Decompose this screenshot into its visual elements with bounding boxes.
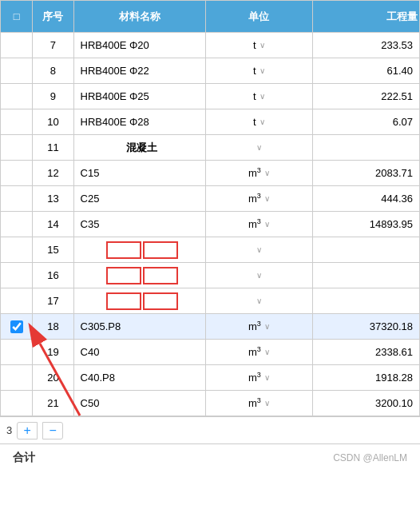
row-number: 15: [33, 237, 73, 263]
material-qty: 2083.71: [312, 161, 419, 186]
material-name: C25: [73, 186, 205, 212]
row-number: 17: [33, 288, 73, 314]
unit-dropdown-icon[interactable]: ∨: [256, 245, 262, 254]
row-checkbox-cell[interactable]: [1, 109, 33, 135]
add-row-button[interactable]: +: [17, 422, 38, 439]
materials-table: □ 序号 材料名称 单位 工程量 7HRB400E Φ20t∨233.538HR…: [0, 0, 420, 416]
unit-text: t: [253, 90, 256, 102]
row-checkbox-cell[interactable]: [1, 212, 33, 237]
checkbox-icon: □: [14, 10, 20, 22]
material-qty: 37320.18: [312, 314, 419, 340]
unit-dropdown-icon[interactable]: ∨: [264, 399, 270, 408]
material-unit: ∨: [205, 288, 312, 314]
table-row: 12C15m3∨2083.71: [1, 161, 420, 186]
material-name: C35: [73, 212, 205, 237]
unit-dropdown-icon[interactable]: ∨: [256, 143, 262, 152]
table-row: 7HRB400E Φ20t∨233.53: [1, 33, 420, 58]
unit-dropdown-icon[interactable]: ∨: [260, 66, 265, 75]
row-number: 18: [33, 314, 73, 340]
name-input-1[interactable]: [106, 267, 141, 284]
row-checkbox-cell[interactable]: [1, 314, 33, 340]
row-number: 11: [33, 135, 73, 161]
material-name: HRB400E Φ22: [73, 58, 205, 84]
material-name: [73, 263, 205, 288]
table-row: 9HRB400E Φ25t∨222.51: [1, 84, 420, 109]
row-number: 12: [33, 161, 73, 186]
row-checkbox-cell[interactable]: [1, 161, 33, 186]
material-qty: [312, 288, 419, 314]
unit-text: t: [253, 116, 256, 128]
name-input-2[interactable]: [143, 267, 178, 284]
row-number: 10: [33, 109, 73, 135]
row-checkbox-cell[interactable]: [1, 237, 33, 263]
material-qty: 444.36: [312, 186, 419, 212]
header-checkbox[interactable]: □: [1, 1, 33, 33]
watermark-text: CSDN @AllenLM: [333, 452, 407, 463]
name-input-2[interactable]: [143, 292, 178, 310]
remove-row-button[interactable]: −: [42, 422, 63, 439]
material-unit: ∨: [205, 135, 312, 161]
main-container: □ 序号 材料名称 单位 工程量 7HRB400E Φ20t∨233.538HR…: [0, 0, 420, 521]
material-unit: m3∨: [205, 391, 312, 416]
row-checkbox-cell[interactable]: [1, 288, 33, 314]
unit-dropdown-icon[interactable]: ∨: [264, 322, 270, 331]
unit-text: m3: [248, 320, 261, 332]
table-row: 21C50m3∨3200.10: [1, 391, 420, 416]
row-number: 9: [33, 84, 73, 109]
row-checkbox-cell[interactable]: [1, 365, 33, 391]
row-number: 8: [33, 58, 73, 84]
material-unit: t∨: [205, 84, 312, 109]
material-unit: ∨: [205, 263, 312, 288]
table-row: 18C305.P8m3∨37320.18: [1, 314, 420, 340]
row-checkbox-cell[interactable]: [1, 135, 33, 161]
material-unit: m3∨: [205, 365, 312, 391]
unit-dropdown-icon[interactable]: ∨: [264, 348, 270, 356]
row-checkbox-cell[interactable]: [1, 33, 33, 58]
material-unit: m3∨: [205, 161, 312, 186]
material-unit: t∨: [205, 33, 312, 58]
material-name: C40.P8: [73, 365, 205, 391]
material-name: C15: [73, 161, 205, 186]
row-checkbox-cell[interactable]: [1, 186, 33, 212]
unit-dropdown-icon[interactable]: ∨: [256, 296, 262, 305]
row-checkbox-cell[interactable]: [1, 58, 33, 84]
row-number: 13: [33, 186, 73, 212]
row-checkbox[interactable]: [10, 320, 23, 333]
material-qty: 61.40: [312, 58, 419, 84]
table-row: 14C35m3∨14893.95: [1, 212, 420, 237]
footer-total-label: 合计: [13, 451, 35, 465]
material-qty: 222.51: [312, 84, 419, 109]
page-number: 3: [6, 424, 12, 436]
material-unit: t∨: [205, 109, 312, 135]
material-qty: 3200.10: [312, 391, 419, 416]
unit-dropdown-icon[interactable]: ∨: [256, 271, 262, 280]
material-unit: t∨: [205, 58, 312, 84]
material-unit: m3∨: [205, 314, 312, 340]
unit-dropdown-icon[interactable]: ∨: [264, 194, 270, 203]
unit-dropdown-icon[interactable]: ∨: [260, 92, 265, 101]
unit-dropdown-icon[interactable]: ∨: [264, 373, 270, 382]
material-unit: m3∨: [205, 212, 312, 237]
row-checkbox-cell[interactable]: [1, 391, 33, 416]
unit-dropdown-icon[interactable]: ∨: [260, 41, 265, 50]
table-row: 17∨: [1, 288, 420, 314]
material-name: C305.P8: [73, 314, 205, 340]
material-name: 混凝土: [73, 135, 205, 161]
table-row: 15∨: [1, 237, 420, 263]
name-input-1[interactable]: [106, 292, 141, 310]
name-input-1[interactable]: [106, 241, 141, 259]
material-name: [73, 288, 205, 314]
name-input-2[interactable]: [143, 241, 178, 259]
footer-bar: 合计 CSDN @AllenLM: [0, 443, 420, 471]
row-checkbox-cell[interactable]: [1, 340, 33, 365]
unit-text: m3: [248, 371, 261, 384]
unit-dropdown-icon[interactable]: ∨: [264, 169, 270, 177]
unit-dropdown-icon[interactable]: ∨: [260, 117, 265, 126]
table-row: 11混凝土∨: [1, 135, 420, 161]
header-seq: 序号: [33, 1, 73, 33]
row-checkbox-cell[interactable]: [1, 263, 33, 288]
unit-dropdown-icon[interactable]: ∨: [264, 220, 270, 229]
row-number: 21: [33, 391, 73, 416]
row-checkbox-cell[interactable]: [1, 84, 33, 109]
material-qty: [312, 237, 419, 263]
